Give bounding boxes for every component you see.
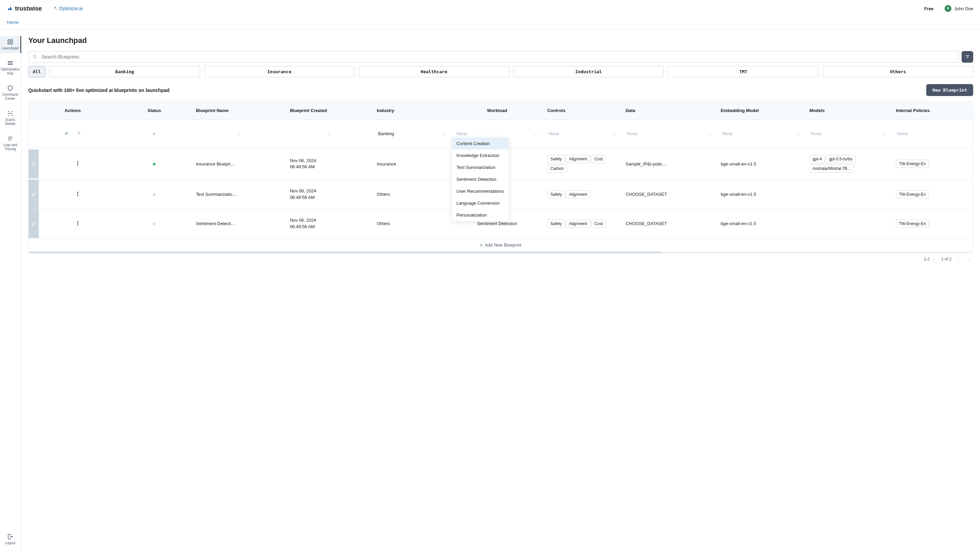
dd-option[interactable]: Content Creation [452, 137, 509, 150]
embedding-select[interactable]: None [721, 130, 801, 137]
workload-select[interactable]: None [455, 130, 539, 137]
search-box[interactable] [28, 51, 959, 63]
add-blueprint-row[interactable]: +Add New Blueprint [29, 238, 973, 252]
policies-select[interactable]: None [896, 130, 969, 137]
top-bar: trustwise Optimize:ai Free P John Doe [0, 0, 980, 17]
sidebar-item-scans-details[interactable]: Scans Details [0, 108, 21, 129]
page-next-icon[interactable] [967, 257, 970, 261]
pencil-icon [31, 192, 36, 197]
row-menu-icon[interactable] [77, 221, 79, 226]
data-select[interactable]: None [625, 130, 712, 137]
sidebar-item-command-center[interactable]: Command Center [0, 83, 21, 104]
plus-icon: + [480, 242, 483, 247]
cell-policies: TW-Energy-En [892, 209, 973, 238]
controls-select[interactable]: None [547, 130, 617, 137]
th-created: Blueprint Created [286, 102, 372, 120]
cell-industry: Others [372, 180, 451, 209]
policy-badge: TW-Energy-En [896, 220, 929, 228]
status-dot [153, 132, 156, 135]
workload-placeholder: None [457, 131, 467, 136]
control-badge: Safety [547, 190, 565, 199]
th-data: Data [621, 102, 716, 120]
pencil-icon [31, 161, 36, 166]
th-controls: Controls [543, 102, 621, 120]
user-name: John Doe [954, 6, 973, 11]
edit-handle[interactable] [29, 150, 39, 178]
cell-models [805, 180, 892, 209]
sidebar-item-optimization-hub[interactable]: Optimization Hub [0, 57, 21, 78]
new-blueprint-button[interactable]: New Blueprint [926, 84, 973, 96]
horizontal-scrollbar[interactable] [29, 252, 973, 253]
sidebar-item-label: Scans Details [2, 118, 19, 126]
policy-badge: TW-Energy-En [896, 160, 929, 168]
dd-option[interactable]: Sentiment Detection [452, 173, 509, 185]
optimize-tag[interactable]: Optimize:ai [53, 6, 83, 11]
logo[interactable]: trustwise [7, 5, 42, 12]
svg-point-6 [33, 55, 36, 57]
page-range[interactable]: 1-2 [924, 257, 937, 261]
status-dot [153, 163, 156, 166]
tab-all[interactable]: All [28, 66, 45, 77]
tab-healthcare[interactable]: Healthcare [359, 66, 509, 77]
dd-option[interactable]: Knowledge Extraction [452, 150, 509, 161]
filter-button[interactable] [962, 51, 973, 63]
tab-tmt[interactable]: TMT [668, 66, 819, 77]
cell-name: - [192, 120, 286, 148]
confirm-icon[interactable] [64, 131, 69, 135]
dd-option[interactable]: Language Conversion [452, 197, 509, 209]
breadcrumb-home[interactable]: Home [7, 20, 19, 25]
dd-option[interactable]: User Recommendations [452, 185, 509, 197]
control-badge: Carbon [547, 164, 566, 173]
quickstart-text: Quickstart with 100+ live optimized ai b… [28, 88, 169, 93]
tab-insurance[interactable]: Insurance [204, 66, 355, 77]
svg-rect-5 [8, 64, 12, 64]
sidebar-item-label: Launchpad [2, 46, 19, 50]
page-prev-icon[interactable] [957, 257, 960, 261]
sidebar-item-logout[interactable]: Logout [0, 531, 21, 548]
cancel-icon[interactable] [76, 131, 81, 135]
sidebar-item-launchpad[interactable]: Launchpad [0, 36, 21, 53]
svg-rect-2 [8, 43, 10, 44]
sidebar: Launchpad Optimization Hub Command Cente… [0, 29, 21, 552]
tab-industrial[interactable]: Industrial [514, 66, 664, 77]
tagline-text: Optimize:ai [59, 6, 83, 11]
scan-icon [7, 110, 13, 116]
cell-embedding: bge-small-en-v1.5 [717, 209, 805, 238]
control-badge: Alignment [566, 220, 590, 228]
grid-icon [7, 39, 13, 45]
workload-dropdown-menu: Content Creation Knowledge Extraction Te… [452, 137, 509, 221]
tab-banking[interactable]: Banking [49, 66, 200, 77]
row-menu-icon[interactable] [77, 192, 79, 197]
dd-option[interactable]: Personalization [452, 209, 509, 221]
chevron-down-icon [442, 132, 446, 135]
industry-select[interactable]: Banking [377, 130, 447, 137]
dd-option[interactable]: Text Summarization [452, 161, 509, 173]
divider [939, 5, 939, 12]
logo-icon [7, 5, 13, 11]
placeholder: None [549, 131, 559, 136]
control-badge: Alignment [566, 155, 590, 163]
control-badge: Cost [592, 220, 606, 228]
model-badge: mistralai/Mistral-7B… [810, 164, 854, 173]
models-select[interactable]: None [810, 130, 888, 137]
cell-embedding: bge-small-en-v1.5 [717, 180, 805, 209]
th-name: Blueprint Name [192, 102, 286, 120]
tab-others[interactable]: Others [823, 66, 974, 77]
search-icon [33, 54, 37, 59]
edit-handle[interactable] [29, 180, 39, 209]
th-embed: Embedding Model [717, 102, 805, 120]
model-badge: gpt-4 [810, 155, 825, 163]
cell-created: Nov 06, 202406:49:56 AM [286, 180, 372, 209]
shield-icon [7, 85, 13, 91]
scrollbar-thumb[interactable] [29, 252, 661, 253]
edit-handle[interactable] [29, 209, 39, 238]
cell-industry: Insurance [372, 148, 451, 180]
user-menu[interactable]: P John Doe [945, 5, 973, 12]
row-menu-icon[interactable] [77, 161, 79, 167]
th-status: Status [117, 102, 192, 120]
cell-models: gpt-4gpt-3.5-turbomistralai/Mistral-7B… [805, 148, 892, 180]
search-input[interactable] [41, 54, 955, 60]
control-badge: Cost [592, 155, 606, 163]
cell-created: - [286, 120, 372, 148]
sidebar-item-logs-tracing[interactable]: Logs and Tracing [0, 133, 21, 154]
